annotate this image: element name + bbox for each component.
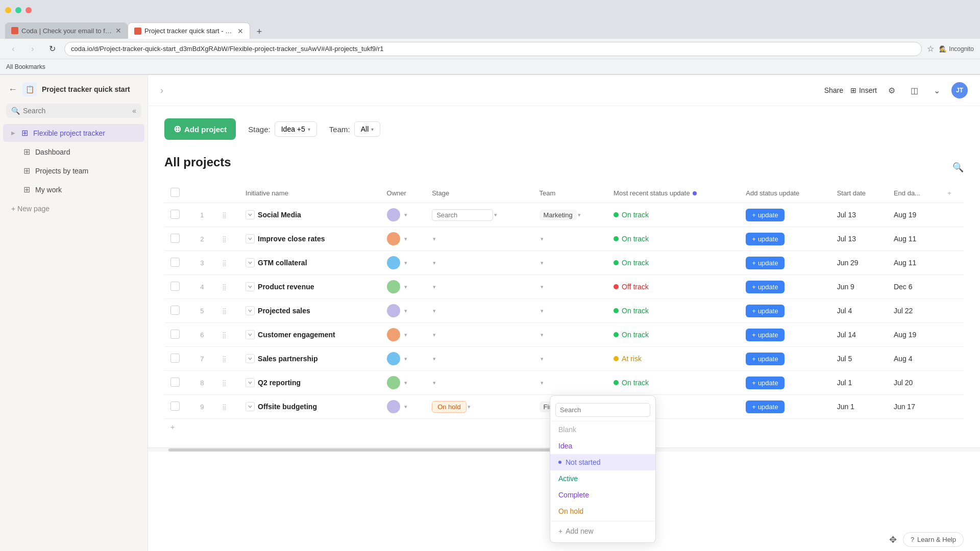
team-filter-chevron: ▾ (371, 127, 374, 132)
new-tab-button[interactable]: + (252, 24, 266, 39)
th-initiative: Initiative name (239, 184, 380, 203)
initiative-name-1: Social Media (258, 211, 301, 219)
td-stage-1[interactable]: ▾ (426, 203, 533, 227)
tab-close-tracker[interactable]: ✕ (237, 27, 243, 35)
update-button-1[interactable]: + update (746, 209, 784, 221)
td-name-3: GTM collateral (239, 251, 380, 275)
search-input[interactable] (23, 107, 129, 115)
sidebar-item-flexible[interactable]: ▶ ⊞ Flexible project tracker (3, 124, 144, 142)
tab-favicon-coda (11, 27, 18, 34)
dropdown-item-active[interactable]: Active (550, 470, 655, 487)
learn-help-button[interactable]: ? Learn & Help (903, 532, 964, 547)
td-num-1: 1 (194, 203, 216, 227)
row-expand-icon-4[interactable] (246, 282, 255, 291)
update-plus-icon: + (752, 211, 756, 219)
bookmark-icon[interactable]: ☆ (927, 44, 934, 54)
team-dropdown-1[interactable]: ▾ (578, 212, 581, 218)
td-name-7: Sales partnership (239, 347, 380, 371)
row-expand-icon-5[interactable] (246, 306, 255, 315)
settings-button[interactable]: ⚙ (884, 83, 899, 98)
scrollbar-thumb[interactable] (168, 448, 587, 452)
tab-close-coda[interactable]: ✕ (115, 27, 121, 35)
dropdown-add-new[interactable]: + Add new (550, 523, 655, 539)
section-search-icon[interactable]: 🔍 (952, 162, 964, 173)
row-expand-icon-8[interactable] (246, 378, 255, 387)
on-hold-label: On hold (558, 507, 583, 515)
main-header: › Share ⊞ Insert ⚙ ◫ ⌄ JT (148, 75, 980, 106)
nav-icon-projects-by-team: ⊞ (23, 166, 30, 176)
close-button[interactable] (26, 7, 32, 13)
collapse-sidebar-icon[interactable]: › (160, 85, 163, 96)
view-toggle-button[interactable]: ◫ (906, 83, 922, 98)
dropdown-item-on-hold[interactable]: On hold (550, 503, 655, 519)
add-project-label: Add project (184, 125, 227, 134)
url-text: coda.io/d/Project-tracker-quick-start_d3… (71, 45, 915, 53)
row-expand-icon-6[interactable] (246, 330, 255, 339)
projects-table: Initiative name Owner Stage Team Most re… (164, 184, 964, 419)
tab-coda[interactable]: Coda | Check your email to fin... ✕ (5, 22, 128, 39)
dropdown-search-input[interactable] (555, 403, 650, 417)
expand-button[interactable]: ⌄ (929, 83, 944, 98)
td-name-1: Social Media (239, 203, 380, 227)
move-icon[interactable]: ✥ (889, 534, 897, 545)
td-update-1: + update (740, 203, 830, 227)
owner-avatar-1 (387, 208, 400, 221)
sidebar-collapse-button[interactable]: « (132, 107, 136, 115)
sidebar-item-dashboard[interactable]: ⊞ Dashboard (3, 143, 144, 161)
address-bar: ‹ › ↻ coda.io/d/Project-tracker-quick-st… (0, 39, 980, 59)
dropdown-item-idea[interactable]: Idea (550, 438, 655, 454)
tab-tracker[interactable]: Project tracker quick start - Fle... ✕ (128, 22, 250, 39)
table-wrapper: Initiative name Owner Stage Team Most re… (164, 184, 964, 435)
sidebar-item-label-flexible: Flexible project tracker (33, 129, 105, 137)
td-name-5: Projected sales (239, 299, 380, 323)
insert-icon: ⊞ (850, 86, 856, 94)
row-expand-icon-2[interactable] (246, 234, 255, 243)
td-name-8: Q2 reporting (239, 371, 380, 395)
stage-dropdown-arrow-1[interactable]: ▾ (494, 212, 497, 218)
row-expand-icon-7[interactable] (246, 354, 255, 363)
dropdown-item-complete[interactable]: Complete (550, 487, 655, 503)
team-badge-1[interactable]: Marketing (540, 210, 577, 220)
th-add-col[interactable]: + (941, 184, 964, 203)
maximize-button[interactable] (15, 7, 21, 13)
add-page-label: + New page (11, 205, 50, 213)
add-page-button[interactable]: + New page (3, 201, 144, 217)
complete-label: Complete (558, 491, 589, 499)
table-row: 5 ⣿ Projected sales ▾ (164, 299, 964, 323)
owner-dropdown-1[interactable]: ▾ (404, 212, 407, 218)
row-expand-icon-3[interactable] (246, 258, 255, 267)
dropdown-item-not-started[interactable]: Not started (550, 454, 655, 470)
td-drag-1[interactable]: ⣿ (216, 203, 239, 227)
share-button[interactable]: Share (824, 86, 843, 94)
app: ← 📋 Project tracker quick start 🔍 « ▶ ⊞ … (0, 75, 980, 551)
sidebar-item-my-work[interactable]: ⊞ My work (3, 181, 144, 198)
search-box[interactable]: 🔍 « (6, 104, 141, 118)
row-expand-icon-9[interactable] (246, 402, 255, 411)
stage-filter: Stage: Idea +5 ▾ (248, 121, 316, 137)
nav-forward-button[interactable]: › (26, 42, 40, 56)
sidebar: ← 📋 Project tracker quick start 🔍 « ▶ ⊞ … (0, 75, 148, 551)
nav-back-button[interactable]: ‹ (6, 42, 20, 56)
url-bar[interactable]: coda.io/d/Project-tracker-quick-start_d3… (64, 42, 922, 56)
sidebar-item-projects-by-team[interactable]: ⊞ Projects by team (3, 162, 144, 180)
add-new-label: Add new (566, 527, 593, 535)
add-project-button[interactable]: ⊕ Add project (164, 118, 236, 140)
stage-search-input[interactable] (432, 209, 493, 221)
stage-badge-9[interactable]: On hold (432, 401, 467, 413)
dropdown-item-blank[interactable]: Blank (550, 421, 655, 438)
stage-dropdown-9[interactable]: ▾ (468, 404, 471, 410)
user-avatar[interactable]: JT (951, 82, 968, 98)
sidebar-item-label-projects-by-team: Projects by team (35, 167, 88, 175)
status-dot-1 (614, 212, 619, 217)
th-stage: Stage (426, 184, 533, 203)
team-filter-button[interactable]: All ▾ (354, 121, 381, 137)
add-new-icon: + (558, 527, 562, 535)
stage-filter-button[interactable]: Idea +5 ▾ (275, 121, 317, 137)
nav-refresh-button[interactable]: ↻ (45, 42, 59, 56)
minimize-button[interactable] (5, 7, 11, 13)
insert-button[interactable]: ⊞ Insert (850, 86, 877, 94)
table-row: 8 ⣿ Q2 reporting ▾ (164, 371, 964, 395)
learn-help-label: Learn & Help (917, 536, 956, 543)
sidebar-back-button[interactable]: ← (8, 84, 17, 95)
row-expand-icon-1[interactable] (246, 210, 255, 219)
